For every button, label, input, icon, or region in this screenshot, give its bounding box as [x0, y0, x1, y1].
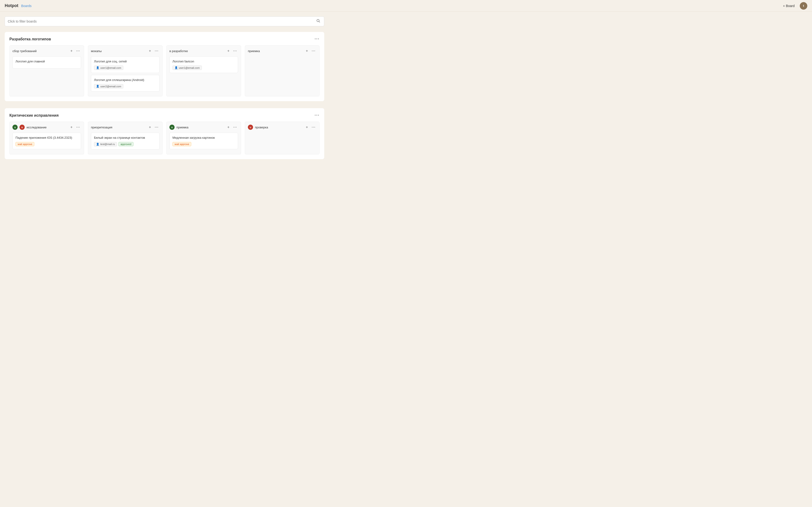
card-meta: 👤user1@email.com [94, 65, 156, 70]
board-section-header: Разработка логотипов··· [9, 37, 319, 42]
card-card-7[interactable]: Медленная загрузка картинокwait approve [169, 133, 238, 149]
column-avatar-red: u [19, 125, 25, 130]
assignee-email: test@mail.ru [100, 143, 115, 146]
board-section-more-button[interactable]: ··· [315, 37, 319, 42]
board-section-title: Критические исправления [9, 113, 59, 118]
column-title-row: мокапы [91, 49, 102, 53]
assignee-email: user1@email.com [179, 66, 200, 69]
column-header: uuисследование+··· [12, 125, 81, 130]
app-header: Hotpot Boards + Board t [0, 0, 812, 12]
search-input[interactable] [8, 19, 315, 23]
board-section-section-bugs: Критические исправления···uuисследование… [5, 108, 324, 159]
column-header: приоритезация+··· [91, 125, 159, 130]
assignee-email: user2@email.com [100, 85, 121, 88]
card-card-3[interactable]: Логотип для сплешскрина (Android)👤user2@… [91, 75, 159, 92]
column-avatar-red: u [248, 125, 253, 130]
card-title: Белый экран на странице контактов [94, 136, 156, 140]
column-actions: +··· [148, 48, 159, 54]
card-assignee: 👤user2@email.com [94, 84, 123, 89]
column-add-button[interactable]: + [148, 125, 152, 130]
column-header: в разработке+··· [169, 48, 238, 54]
card-card-2[interactable]: Логотип для соц. сетей👤user1@email.com [91, 56, 159, 73]
search-icon [316, 19, 320, 23]
person-icon: 👤 [96, 143, 99, 146]
card-card-4[interactable]: Логотип favicon👤user1@email.com [169, 56, 238, 73]
board-section-more-button[interactable]: ··· [315, 113, 319, 118]
column-more-button[interactable]: ··· [311, 125, 316, 129]
column-title: сбор требований [12, 49, 37, 53]
card-assignee: 👤user1@email.com [94, 65, 123, 70]
breadcrumb-boards[interactable]: Boards [21, 4, 32, 8]
column-title-row: uuисследование [12, 125, 47, 130]
card-title: Логотип для сплешскрина (Android) [94, 78, 156, 82]
badge-approved: approved [118, 142, 134, 146]
column-more-button[interactable]: ··· [233, 49, 238, 53]
add-board-button[interactable]: + Board [781, 3, 797, 9]
column-add-button[interactable]: + [226, 48, 230, 54]
column-col-review: uпроверка+··· [245, 122, 319, 154]
column-col-acceptance2: uприемка+···Медленная загрузка картинокw… [166, 122, 241, 154]
columns-container: uuисследование+···Падение приложения IOS… [9, 122, 319, 154]
column-col-acceptance: приемка+··· [245, 45, 319, 97]
column-more-button[interactable]: ··· [233, 125, 238, 129]
column-more-button[interactable]: ··· [75, 125, 81, 129]
header-right: + Board t [781, 2, 807, 10]
column-actions: +··· [148, 125, 159, 130]
column-title-row: сбор требований [12, 49, 37, 53]
column-avatar-green: u [169, 125, 174, 130]
column-more-button[interactable]: ··· [75, 49, 81, 53]
search-button[interactable] [315, 18, 321, 25]
app-logo: Hotpot [5, 3, 18, 8]
columns-container: сбор требований+···Логотип для главноймо… [9, 45, 319, 97]
column-add-button[interactable]: + [305, 125, 309, 130]
column-title: приемка [176, 125, 189, 129]
column-actions: +··· [305, 48, 316, 54]
card-meta: 👤test@mail.ruapproved [94, 142, 156, 147]
card-assignee: 👤test@mail.ru [94, 142, 117, 147]
column-add-button[interactable]: + [148, 48, 152, 54]
column-add-button[interactable]: + [305, 48, 309, 54]
card-meta: wait approve [172, 142, 235, 146]
avatar[interactable]: t [800, 2, 807, 10]
column-actions: +··· [69, 48, 81, 54]
column-col-requirements: сбор требований+···Логотип для главной [9, 45, 84, 97]
column-add-button[interactable]: + [69, 48, 73, 54]
column-col-inprogress: в разработке+···Логотип favicon👤user1@em… [166, 45, 241, 97]
column-more-button[interactable]: ··· [154, 49, 159, 53]
column-actions: +··· [69, 125, 81, 130]
card-meta: 👤user1@email.com [172, 65, 235, 70]
column-header: uприемка+··· [169, 125, 238, 130]
column-header: приемка+··· [248, 48, 316, 54]
column-title-row: uприемка [169, 125, 189, 130]
column-actions: +··· [305, 125, 316, 130]
card-title: Падение приложения IOS (3.4434.2323) [15, 136, 78, 140]
column-add-button[interactable]: + [69, 125, 73, 130]
svg-line-1 [319, 21, 320, 22]
column-title-row: uпроверка [248, 125, 268, 130]
column-more-button[interactable]: ··· [154, 125, 159, 129]
column-more-button[interactable]: ··· [311, 49, 316, 53]
card-card-1[interactable]: Логотип для главной [12, 56, 81, 68]
badge-wait: wait approve [172, 142, 191, 146]
main-content: Разработка логотипов···сбор требований+·… [0, 12, 329, 171]
column-header: мокапы+··· [91, 48, 159, 54]
card-card-6[interactable]: Белый экран на странице контактов👤test@m… [91, 133, 159, 149]
column-title: приемка [248, 49, 260, 53]
card-meta: wait approve [15, 142, 78, 146]
board-section-title: Разработка логотипов [9, 37, 51, 41]
column-title: мокапы [91, 49, 102, 53]
person-icon: 👤 [174, 66, 178, 69]
column-add-button[interactable]: + [226, 125, 230, 130]
column-actions: +··· [226, 48, 238, 54]
column-title: исследование [27, 125, 47, 129]
card-card-5[interactable]: Падение приложения IOS (3.4434.2323)wait… [12, 133, 81, 149]
sections-container: Разработка логотипов···сбор требований+·… [5, 32, 324, 159]
column-col-mockups: мокапы+···Логотип для соц. сетей👤user1@e… [88, 45, 163, 97]
card-title: Логотип для соц. сетей [94, 59, 156, 64]
column-col-research: uuисследование+···Падение приложения IOS… [9, 122, 84, 154]
person-icon: 👤 [96, 66, 99, 69]
column-col-prioritization: приоритезация+···Белый экран на странице… [88, 122, 163, 154]
board-section-header: Критические исправления··· [9, 113, 319, 118]
column-title: приоритезация [91, 125, 112, 129]
card-meta: 👤user2@email.com [94, 84, 156, 89]
